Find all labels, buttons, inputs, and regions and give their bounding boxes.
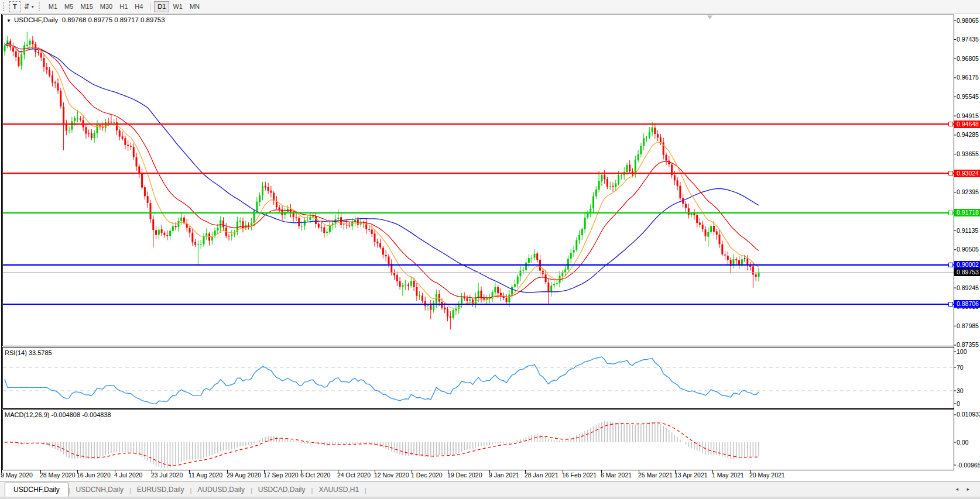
price-tick-label: 0.93655 [957,150,980,158]
chart-ohlc-quotes: 0.89768 0.89775 0.89717 0.89753 [62,16,165,23]
date-label: 16 Feb 2021 [562,472,597,479]
chart-tab-audusd[interactable]: AUDUSD,Daily [191,483,251,497]
date-label: 1 Dec 2020 [411,472,443,479]
tab-scroll-arrows: ◂ ▸ [948,486,969,492]
date-label: 29 Aug 2020 [227,472,261,479]
price-tick-label: 0.89245 [957,284,980,292]
chart-tab-xauusd[interactable]: XAUUSD,H1 [313,483,365,497]
macd-tick-label: -0.009653 [957,462,980,469]
trading-platform-window: T ⇵ ▾ M1M5M15M30H1H4D1W1MN ▼USDCHF,Daily… [0,0,980,499]
rsi-tick-label: 0 [957,400,980,408]
hline-price-label: 0.89753 [954,269,980,276]
chart-tab-bar: USDCHF,Daily|USDCNH,Daily|EURUSD,Daily|A… [0,481,980,497]
chart-canvas[interactable] [0,0,980,499]
rsi-tick-label: 70 [957,364,980,371]
macd-tick-label: 0.00 [957,439,980,446]
chart-symbol-period: USDCHF,Daily [14,16,58,23]
price-tick-label: 0.94915 [957,112,980,120]
chart-tab-eurusd[interactable]: EURUSD,Daily [131,483,190,497]
rsi-indicator-label: RSI(14) 33.5785 [5,349,52,356]
date-label: 19 Dec 2020 [447,472,482,479]
price-tick-label: 0.91135 [957,227,980,235]
date-label: 23 Jul 2020 [151,472,183,479]
tab-scroll-left-icon[interactable]: ◂ [955,486,958,492]
hline-price-label: 0.93024 [954,170,980,177]
hline-price-label: 0.94648 [954,121,980,128]
price-tick-label: 0.92395 [957,188,980,196]
date-label: 4 Jul 2020 [114,472,142,479]
date-label: 28 Jan 2021 [525,472,558,479]
hline-price-label: 0.88706 [954,300,980,308]
price-tick-label: 0.94285 [957,131,980,139]
price-tick-label: 0.96805 [957,55,980,63]
date-label: 12 Nov 2020 [374,472,409,479]
date-label: 28 May 2020 [40,472,76,479]
chart-tab-usdcad[interactable]: USDCAD,Daily [252,483,311,497]
rsi-tick-label: 100 [957,348,980,356]
date-label: 16 Jun 2020 [77,472,111,479]
price-tick-label: 0.98065 [957,17,980,25]
chart-tabs: USDCHF,Daily|USDCNH,Daily|EURUSD,Daily|A… [5,482,366,497]
date-label: 9 May 2020 [1,472,33,479]
bottom-scrollbar[interactable] [0,497,980,499]
date-label: 1 May 2021 [712,472,744,479]
price-tick-label: 0.97435 [957,36,980,43]
date-label: 24 Oct 2020 [337,472,371,479]
chart-tab-usdchf[interactable]: USDCHF,Daily [5,483,68,497]
price-tick-label: 0.87985 [957,322,980,330]
hline-price-label: 0.90002 [954,261,980,269]
date-label: 20 May 2021 [749,472,785,479]
price-tick-label: 0.96175 [957,74,980,81]
chart-title: ▼USDCHF,Daily 0.89768 0.89775 0.89717 0.… [6,16,165,23]
tab-scroll-right-icon[interactable]: ▸ [967,486,969,492]
date-label: 6 Mar 2021 [601,472,632,479]
tab-divider: | [365,487,366,497]
date-label: 6 Oct 2020 [300,472,330,479]
macd-tick-label: 0.010933 [957,411,980,418]
date-label: 13 Apr 2021 [674,472,708,479]
date-label: 25 Mar 2021 [638,472,673,479]
rsi-tick-label: 30 [957,387,980,395]
date-label: 11 Aug 2020 [189,472,222,479]
price-tick-label: 0.95545 [957,93,980,101]
date-label: 17 Sep 2020 [263,472,299,479]
chart-menu-icon[interactable]: ▼ [6,18,11,23]
date-label: 9 Jan 2021 [489,472,519,479]
price-tick-label: 0.90505 [957,246,980,253]
macd-indicator-label: MACD(12,26,9) -0.004808 -0.004838 [5,411,111,418]
hline-price-label: 0.91718 [954,209,980,216]
chart-tab-usdcnh[interactable]: USDCNH,Daily [70,483,129,497]
